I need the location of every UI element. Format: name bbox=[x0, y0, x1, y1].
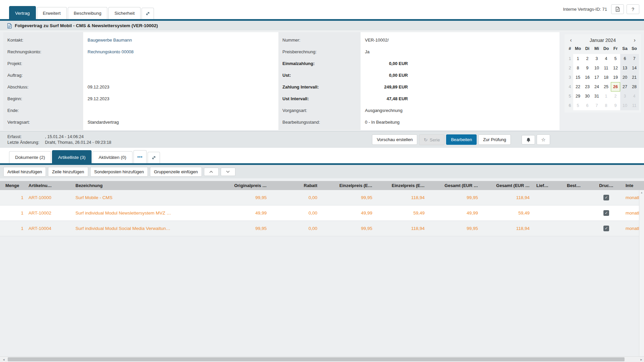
checkbox-checked-icon[interactable]: ✓ bbox=[603, 210, 609, 216]
calendar-day[interactable]: 5 bbox=[573, 101, 583, 110]
more-tabs-button[interactable]: ••• bbox=[133, 150, 147, 163]
horizontal-scrollbar[interactable]: ◂ ▸ bbox=[0, 356, 644, 362]
calendar-next-icon[interactable]: › bbox=[630, 37, 639, 44]
calendar-day[interactable]: 6 bbox=[583, 101, 592, 110]
sonderposten-hinzufuegen-button[interactable]: Sonderposten hinzufügen bbox=[90, 167, 148, 177]
contract-tabs: Vertrag Erweitert Beschreibung Sicherhei… bbox=[9, 6, 155, 19]
calendar-day[interactable]: 14 bbox=[630, 63, 639, 73]
col-originalpreis[interactable]: Originalpreis … bbox=[218, 183, 267, 188]
article-table: Menge Artikelnu… Bezeichnung Originalpre… bbox=[0, 181, 644, 362]
col-drucken[interactable]: Druc… bbox=[597, 183, 615, 188]
cell-gesamt_1: 49,99 bbox=[430, 210, 478, 216]
checkbox-checked-icon[interactable]: ✓ bbox=[603, 226, 609, 231]
vorschau-erstellen-button[interactable]: Vorschau erstellen bbox=[372, 134, 417, 145]
calendar-day[interactable]: 12 bbox=[611, 63, 620, 73]
calendar-day[interactable]: 31 bbox=[592, 92, 601, 101]
calendar-day[interactable]: 27 bbox=[620, 82, 630, 92]
calendar-day[interactable]: 1 bbox=[601, 92, 611, 101]
tab-artikelliste[interactable]: Artikelliste (3) bbox=[52, 150, 92, 163]
calendar-day[interactable]: 8 bbox=[573, 63, 583, 73]
calendar-day[interactable]: 6 bbox=[620, 54, 630, 63]
tab-erweitert[interactable]: Erweitert bbox=[37, 7, 67, 19]
calendar-day-selected[interactable]: 26 bbox=[611, 82, 620, 92]
col-artikelnummer[interactable]: Artikelnu… bbox=[29, 183, 70, 188]
calendar-day[interactable]: 2 bbox=[583, 54, 592, 63]
table-row[interactable]: 1ART-10002Surf individual Modul Newslett… bbox=[0, 205, 639, 221]
calendar-day[interactable]: 5 bbox=[611, 54, 620, 63]
calendar-day[interactable]: 3 bbox=[592, 54, 601, 63]
calendar-day[interactable]: 4 bbox=[601, 54, 611, 63]
col-gesamt-2[interactable]: Gesamt (EUR … bbox=[483, 183, 530, 188]
calendar-day[interactable]: 10 bbox=[592, 63, 601, 73]
col-menge[interactable]: Menge bbox=[5, 183, 23, 188]
gruppenzeile-einfuegen-button[interactable]: Gruppenzeile einfügen bbox=[150, 167, 202, 177]
table-row[interactable]: 1ART-10004Surf individual Modul Social M… bbox=[0, 221, 639, 236]
calendar-day[interactable]: 23 bbox=[583, 82, 592, 92]
calendar-day[interactable]: 15 bbox=[573, 73, 583, 82]
tab-sicherheit[interactable]: Sicherheit bbox=[108, 7, 141, 19]
zeile-hinzufuegen-button[interactable]: Zeile hinzufügen bbox=[48, 167, 88, 177]
artikel-hinzufuegen-button[interactable]: Artikel hinzufügen bbox=[3, 167, 46, 177]
vertical-scrollbar[interactable]: ▴ bbox=[639, 190, 644, 356]
field-link[interactable]: Baugewerbe Baumann bbox=[88, 38, 132, 43]
move-row-up-button[interactable] bbox=[204, 168, 219, 176]
table-row[interactable]: 1ART-10000Surf Mobile - CMS99,950,0099,9… bbox=[0, 190, 639, 205]
col-gesamt-1[interactable]: Gesamt (EUR … bbox=[430, 183, 478, 188]
scroll-up-icon[interactable]: ▴ bbox=[639, 190, 644, 195]
calendar-day[interactable]: 1 bbox=[573, 54, 583, 63]
calendar-day[interactable]: 25 bbox=[601, 82, 611, 92]
calendar-day[interactable]: 7 bbox=[592, 101, 601, 110]
expand-detail-button[interactable] bbox=[148, 152, 160, 163]
calendar-day[interactable]: 10 bbox=[620, 101, 630, 110]
col-lieferung[interactable]: Lief… bbox=[536, 183, 555, 188]
scroll-right-icon[interactable]: ▸ bbox=[639, 357, 644, 362]
calendar-day[interactable]: 19 bbox=[611, 73, 620, 82]
calendar-day[interactable]: 17 bbox=[592, 73, 601, 82]
checkbox-checked-icon[interactable]: ✓ bbox=[603, 195, 609, 200]
tab-beschreibung[interactable]: Beschreibung bbox=[68, 7, 108, 19]
help-button[interactable]: ? bbox=[627, 4, 639, 14]
calendar-day[interactable]: 24 bbox=[592, 82, 601, 92]
col-einzelpreis-2[interactable]: Einzelpreis (E… bbox=[377, 183, 425, 188]
calendar-day[interactable]: 18 bbox=[601, 73, 611, 82]
calendar-day[interactable]: 29 bbox=[573, 92, 583, 101]
calendar-prev-icon[interactable]: ‹ bbox=[567, 37, 575, 44]
col-bezeichnung[interactable]: Bezeichnung bbox=[75, 183, 216, 188]
calendar-day[interactable]: 11 bbox=[601, 63, 611, 73]
tab-vertrag[interactable]: Vertrag bbox=[9, 6, 36, 19]
week-number: 5 bbox=[567, 92, 573, 101]
calendar-day[interactable]: 13 bbox=[620, 63, 630, 73]
calendar-day[interactable]: 2 bbox=[611, 92, 620, 101]
calendar-day[interactable]: 9 bbox=[611, 101, 620, 110]
calendar-day[interactable]: 20 bbox=[620, 73, 630, 82]
calendar-day[interactable]: 8 bbox=[601, 101, 611, 110]
move-row-down-button[interactable] bbox=[221, 168, 235, 176]
calendar-day[interactable]: 21 bbox=[630, 73, 639, 82]
calendar-day[interactable]: 4 bbox=[630, 92, 639, 101]
calendar-day[interactable]: 22 bbox=[573, 82, 583, 92]
col-rabatt[interactable]: Rabatt bbox=[275, 183, 317, 188]
zur-pruefung-button[interactable]: Zur Prüfung bbox=[478, 134, 511, 145]
favorite-button[interactable]: ☆ bbox=[537, 134, 550, 145]
calendar-day[interactable]: 16 bbox=[583, 73, 592, 82]
calendar-day[interactable]: 3 bbox=[620, 92, 630, 101]
calendar-day[interactable]: 30 bbox=[583, 92, 592, 101]
calendar-day[interactable]: 28 bbox=[630, 82, 639, 92]
notification-button[interactable] bbox=[522, 135, 535, 144]
tab-aktivitaeten[interactable]: Aktivitäten (0) bbox=[93, 151, 132, 163]
calendar-day[interactable]: 7 bbox=[630, 54, 639, 63]
col-intervall[interactable]: Inte bbox=[626, 183, 639, 188]
field-link[interactable]: Rechnungskonto 00008 bbox=[88, 49, 133, 54]
document-button[interactable] bbox=[611, 4, 624, 14]
bearbeiten-button[interactable]: Bearbeiten bbox=[446, 134, 477, 145]
calendar-day[interactable]: 9 bbox=[583, 63, 592, 73]
horizontal-scrollbar-thumb[interactable] bbox=[8, 357, 625, 361]
expand-tabs-button[interactable] bbox=[142, 8, 154, 19]
scroll-left-icon[interactable]: ◂ bbox=[0, 357, 7, 362]
serie-button[interactable]: ↻Serie bbox=[419, 134, 444, 145]
col-bestand[interactable]: Best… bbox=[567, 183, 587, 188]
cell-artikelnummer: ART-10002 bbox=[29, 210, 70, 216]
calendar-day[interactable]: 11 bbox=[630, 101, 639, 110]
col-einzelpreis-1[interactable]: Einzelpreis (E… bbox=[326, 183, 372, 188]
tab-dokumente[interactable]: Dokumente (2) bbox=[9, 151, 51, 163]
